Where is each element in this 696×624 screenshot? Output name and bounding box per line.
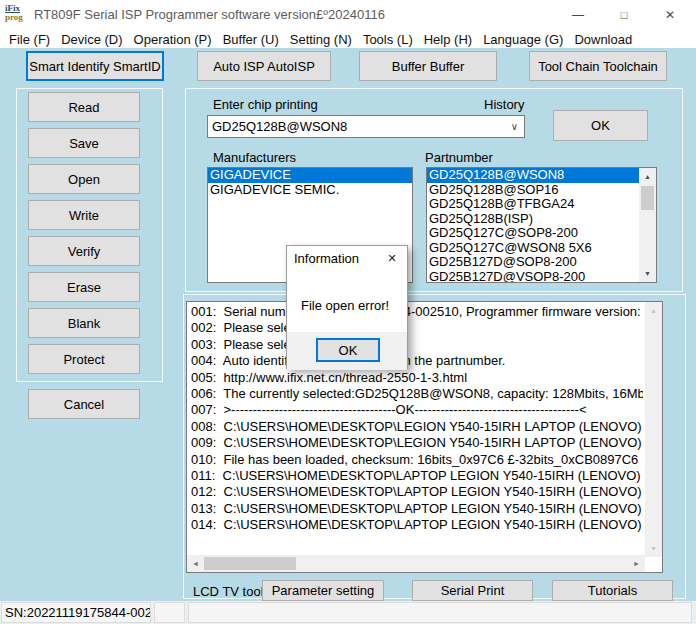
parameter-setting-button[interactable]: Parameter setting — [262, 580, 384, 601]
erase-button[interactable]: Erase — [28, 272, 140, 302]
verify-button[interactable]: Verify — [28, 236, 140, 266]
app-logo-icon: iFix prog — [5, 4, 31, 26]
partnumber-item[interactable]: GD25B127D@VSOP8-200 — [427, 270, 639, 284]
chip-ok-button[interactable]: OK — [553, 110, 648, 141]
scroll-up-icon[interactable]: ▲ — [645, 302, 662, 319]
dialog-message: File open error! — [301, 298, 389, 313]
partnumber-list: GD25Q128B@WSON8 GD25Q128B@SOP16 GD25Q128… — [426, 167, 657, 283]
log-line: 004: Auto identified or enter to search … — [191, 353, 643, 369]
menu-help[interactable]: Help (H) — [424, 32, 472, 47]
partnumber-label: Partnumber — [425, 150, 493, 165]
menu-buffer[interactable]: Buffer (U) — [223, 32, 279, 47]
history-label: History — [484, 97, 524, 112]
window-title: RT809F Serial ISP Programmer software ve… — [34, 7, 385, 22]
serial-number-status: SN:20221119175844-002510 — [1, 602, 151, 623]
status-panel — [154, 602, 185, 623]
dialog-title: Information — [294, 251, 359, 266]
maximize-icon: □ — [621, 9, 628, 21]
open-button[interactable]: Open — [28, 164, 140, 194]
partnumber-item[interactable]: GD25B127D@SOP8-200 — [427, 255, 639, 270]
read-button[interactable]: Read — [28, 92, 140, 122]
app-logo-line2: prog — [5, 13, 31, 22]
title-bar: iFix prog RT809F Serial ISP Programmer s… — [0, 0, 696, 30]
scroll-up-icon[interactable]: ▲ — [639, 168, 656, 185]
maximize-button[interactable]: □ — [601, 0, 647, 30]
chip-combo[interactable]: GD25Q128B@WSON8 ∨ — [207, 115, 525, 138]
tutorials-button[interactable]: Tutorials — [552, 580, 673, 601]
partnumber-item[interactable]: GD25Q128B@SOP16 — [427, 183, 639, 198]
manufacturers-label: Manufacturers — [213, 150, 296, 165]
save-button[interactable]: Save — [28, 128, 140, 158]
log-line: 006: The currently selected:GD25Q128B@WS… — [191, 386, 643, 402]
scrollbar-thumb[interactable] — [641, 186, 654, 210]
minimize-button[interactable]: — — [555, 0, 601, 30]
scroll-down-icon[interactable]: ▼ — [639, 265, 656, 282]
log-memo[interactable]: 001: Serial number: 20221119175844-00251… — [186, 301, 663, 573]
close-icon: ✕ — [665, 8, 675, 22]
manufacturer-item[interactable]: GIGADEVICE SEMIC. — [208, 183, 412, 198]
enter-chip-label: Enter chip printing — [213, 97, 318, 112]
information-dialog: Information ✕ File open error! OK — [286, 245, 408, 369]
scroll-down-icon[interactable]: ▼ — [645, 540, 662, 557]
menu-tools[interactable]: Tools (L) — [363, 32, 413, 47]
partnumber-item[interactable]: GD25Q128B@TFBGA24 — [427, 197, 639, 212]
log-line: 001: Serial number: 20221119175844-00251… — [191, 304, 643, 320]
menu-device[interactable]: Device (D) — [61, 32, 122, 47]
status-panel — [188, 602, 692, 623]
menu-file[interactable]: File (F) — [9, 32, 50, 47]
auto-isp-button[interactable]: Auto ISP AutoISP — [197, 51, 331, 81]
app-window: iFix prog RT809F Serial ISP Programmer s… — [0, 0, 696, 624]
scroll-left-icon[interactable]: ◄ — [187, 555, 204, 572]
scroll-right-icon[interactable]: ► — [628, 555, 645, 572]
log-horizontal-scrollbar[interactable]: ◄ ► — [187, 555, 645, 572]
write-button[interactable]: Write — [28, 200, 140, 230]
serial-print-button[interactable]: Serial Print — [412, 580, 533, 601]
menu-setting[interactable]: Setting (N) — [290, 32, 352, 47]
menu-operation[interactable]: Operation (P) — [134, 32, 212, 47]
log-line: 010: File has been loaded, checksum: 16b… — [191, 452, 643, 468]
partnumber-item[interactable]: GD25Q127C@WSON8 5X6 — [427, 241, 639, 256]
close-button[interactable]: ✕ — [647, 0, 693, 30]
partnumber-item[interactable]: GD25Q128B@WSON8 — [427, 168, 639, 183]
menu-download[interactable]: Download — [574, 32, 632, 47]
smart-identify-button[interactable]: Smart Identify SmartID — [26, 51, 164, 81]
log-line: 002: Please select the manufacturer. — [191, 320, 643, 336]
log-line: 012: C:\USERS\HOME\DESKTOP\LAPTOP LEGION… — [191, 484, 643, 500]
dialog-close-button[interactable]: ✕ — [377, 246, 407, 270]
log-vertical-scrollbar[interactable]: ▲ ▼ — [645, 302, 662, 557]
log-line: 009: C:\USERS\HOME\DESKTOP\LEGION Y540-1… — [191, 435, 643, 451]
partnumber-item[interactable]: GD25Q127C@SOP8-200 — [427, 226, 639, 241]
manufacturer-item[interactable]: GIGADEVICE — [208, 168, 412, 183]
menu-bar: File (F) Device (D) Operation (P) Buffer… — [0, 30, 696, 48]
blank-button[interactable]: Blank — [28, 308, 140, 338]
log-line: 014: C:\USERS\HOME\DESKTOP\LAPTOP LEGION… — [191, 517, 643, 533]
log-line: 003: Please select the partnumber. — [191, 337, 643, 353]
buffer-button[interactable]: Buffer Buffer — [359, 51, 497, 81]
chip-combo-value: GD25Q128B@WSON8 — [212, 119, 347, 134]
log-line: 011: C:\USERS\HOME\DESKTOP\LAPTOP LEGION… — [191, 468, 643, 484]
minimize-icon: — — [572, 8, 584, 22]
log-line: 008: C:\USERS\HOME\DESKTOP\LEGION Y540-1… — [191, 419, 643, 435]
log-line: 005: http://www.ifix.net.cn/thread-2550-… — [191, 370, 643, 386]
cancel-button[interactable]: Cancel — [28, 389, 140, 419]
status-bar: SN:20221119175844-002510 — [0, 601, 696, 624]
log-line: 013: C:\USERS\HOME\DESKTOP\LAPTOP LEGION… — [191, 501, 643, 517]
log-line: 007: >----------------------------------… — [191, 402, 643, 418]
chevron-down-icon[interactable]: ∨ — [511, 116, 518, 137]
lcd-tv-tool-label: LCD TV tool — [193, 584, 264, 599]
protect-button[interactable]: Protect — [28, 344, 140, 374]
toolchain-button[interactable]: Tool Chain Toolchain — [529, 51, 667, 81]
menu-language[interactable]: Language (G) — [483, 32, 563, 47]
partnumber-item[interactable]: GD25Q128B(ISP) — [427, 212, 639, 227]
log-text: 001: Serial number: 20221119175844-00251… — [191, 304, 643, 540]
dialog-ok-button[interactable]: OK — [316, 338, 380, 362]
partnumber-scrollbar[interactable]: ▲ ▼ — [639, 168, 656, 282]
close-icon: ✕ — [387, 252, 396, 264]
scrollbar-thumb[interactable] — [204, 557, 296, 570]
